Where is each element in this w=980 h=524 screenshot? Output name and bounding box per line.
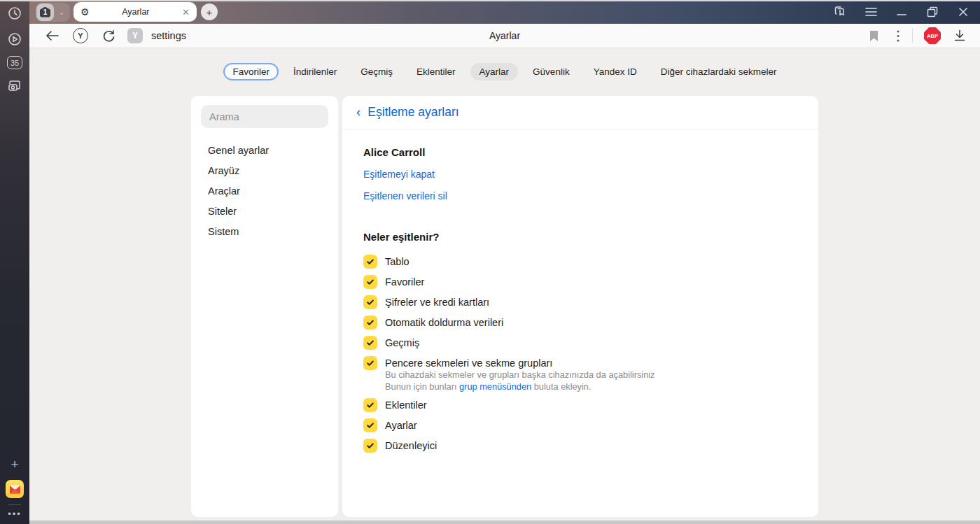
settings-nav-tabs: Favoriler İndirilenler Geçmiş Eklentiler…	[29, 49, 980, 80]
address-bar[interactable]: Y Y settings Ayarlar ABP	[29, 24, 980, 48]
titlebar: 1 ⌄ ⚙ Ayarlar ✕ +	[29, 0, 980, 24]
back-button[interactable]	[43, 31, 60, 41]
sidebar-item-araclar[interactable]: Araçlar	[201, 180, 328, 201]
nav-tab-eklentiler[interactable]: Eklentiler	[407, 63, 465, 80]
browser-menu-icon[interactable]	[864, 5, 878, 19]
checkbox-sifreler[interactable]	[363, 295, 377, 309]
check-label: Tablo	[385, 255, 410, 267]
settings-page: Favoriler İndirilenler Geçmiş Eklentiler…	[29, 49, 980, 524]
account-name: Alice Carroll	[363, 146, 797, 158]
minimize-button[interactable]	[895, 5, 909, 19]
page-title: Eşitleme ayarları	[368, 105, 458, 120]
sync-item-eklentiler: Eklentiler	[363, 398, 797, 412]
back-chevron-icon[interactable]: ‹	[356, 105, 360, 118]
sync-item-otomatik-doldurma: Otomatik doldurma verileri	[363, 316, 797, 330]
bookmark-flag-icon[interactable]	[863, 30, 884, 42]
sync-settings-body: Alice Carroll Eşitlemeyi kapat Eşitlenen…	[342, 129, 818, 476]
tab-title: Ayarlar	[90, 7, 183, 17]
browser-tab-ayarlar[interactable]: ⚙ Ayarlar ✕	[74, 2, 197, 22]
disable-sync-link[interactable]: Eşitlemeyi kapat	[363, 169, 797, 180]
nav-tab-diger-cihazlar[interactable]: Diğer cihazlardaki sekmeler	[652, 63, 786, 80]
settings-sidebar-panel: Genel ayarlar Arayüz Araçlar Siteler Sis…	[191, 96, 338, 517]
check-label: Otomatik doldurma verileri	[385, 316, 503, 328]
nav-tab-indirilenler[interactable]: İndirilenler	[284, 63, 346, 80]
checkbox-duzenleyici[interactable]	[363, 439, 377, 453]
check-label: Şifreler ve kredi kartları	[385, 295, 489, 308]
delete-synced-data-link[interactable]: Eşitlenen verileri sil	[363, 190, 797, 201]
description-line2-prefix: Bunun için bunları	[385, 381, 459, 392]
check-label: Favoriler	[385, 275, 424, 288]
sync-item-pencere-sekmeleri: Pencere sekmeleri ve sekme grupları	[363, 356, 797, 370]
sync-settings-header[interactable]: ‹ Eşitleme ayarları	[342, 96, 818, 129]
check-label: Pencere sekmeleri ve sekme grupları	[385, 356, 552, 369]
url-text[interactable]: settings	[151, 30, 186, 41]
checkbox-tablo[interactable]	[363, 255, 377, 269]
downloads-icon[interactable]	[951, 29, 969, 42]
add-panel-button[interactable]: +	[6, 455, 24, 474]
nav-tab-gecmis[interactable]: Geçmiş	[351, 63, 402, 80]
tab-group-button[interactable]: 1 ⌄	[36, 3, 70, 22]
check-label: Ayarlar	[385, 418, 417, 431]
pencere-sekmeleri-description: Bu cihazdaki sekmeler ve grupları başka …	[385, 369, 797, 392]
sync-item-tablo: Tablo	[363, 255, 797, 269]
close-window-button[interactable]	[956, 5, 970, 19]
sync-item-sifreler: Şifreler ve kredi kartları	[363, 295, 797, 309]
sidebar-item-siteler[interactable]: Siteler	[201, 201, 328, 221]
browser-window: 35 + ••• 1 ⌄ ⚙ Ayarlar ✕ +	[0, 0, 980, 524]
page-favicon: Y	[127, 28, 143, 43]
section-title: Neler eşitlenir?	[363, 231, 797, 243]
sidebar-rail: 35 + •••	[0, 0, 29, 524]
bottom-scrollbar-strip[interactable]	[29, 521, 980, 524]
settings-gear-icon: ⚙	[80, 7, 90, 17]
history-clock-icon[interactable]	[6, 4, 24, 22]
search-input[interactable]	[201, 105, 328, 128]
yandex-protect-icon[interactable]: Y	[73, 28, 88, 43]
yandex-mail-icon[interactable]	[6, 480, 24, 498]
group-menu-link[interactable]: grup menüsünden	[459, 381, 531, 392]
more-options-icon[interactable]: •••	[8, 511, 22, 517]
sidebar-item-arayuz[interactable]: Arayüz	[201, 160, 328, 180]
sidebar-item-genel-ayarlar[interactable]: Genel ayarlar	[201, 140, 328, 160]
nav-tab-yandex-id[interactable]: Yandex ID	[584, 63, 646, 80]
nav-tab-guvenlik[interactable]: Güvenlik	[524, 63, 579, 80]
address-bar-menu-icon[interactable]	[884, 30, 912, 42]
description-line2-suffix: buluta ekleyin.	[531, 381, 591, 392]
adblock-plus-icon[interactable]: ABP	[924, 27, 941, 44]
check-label: Geçmiş	[385, 336, 419, 348]
screenshot-icon[interactable]	[6, 77, 24, 95]
tab-close-icon[interactable]: ✕	[182, 8, 190, 17]
reload-button[interactable]	[100, 29, 117, 43]
nav-tab-favoriler[interactable]: Favoriler	[223, 63, 279, 80]
checkbox-pencere-sekmeleri[interactable]	[363, 356, 377, 370]
new-tab-button[interactable]: +	[201, 3, 218, 20]
play-media-icon[interactable]	[6, 30, 24, 48]
nav-tab-ayarlar[interactable]: Ayarlar	[470, 63, 519, 80]
rail-divider	[8, 504, 21, 505]
tab-counter[interactable]: 1	[36, 3, 54, 21]
checkbox-eklentiler[interactable]	[363, 398, 377, 412]
sync-item-gecmis: Geçmiş	[363, 336, 797, 350]
sidebar-item-sistem[interactable]: Sistem	[201, 221, 328, 241]
checkbox-otomatik-doldurma[interactable]	[363, 316, 377, 330]
sync-item-favoriler: Favoriler	[363, 275, 797, 289]
check-label: Eklentiler	[385, 398, 427, 411]
tab-group-chevron-icon[interactable]: ⌄	[54, 8, 69, 16]
sync-item-duzenleyici: Düzenleyici	[363, 439, 797, 453]
checkbox-ayarlar[interactable]	[363, 418, 377, 432]
checkbox-gecmis[interactable]	[363, 336, 377, 350]
sync-item-ayarlar: Ayarlar	[363, 418, 797, 432]
restore-button[interactable]	[925, 5, 939, 19]
tab-counter-value: 1	[40, 7, 50, 17]
check-label: Düzenleyici	[385, 439, 437, 451]
sync-settings-panel: ‹ Eşitleme ayarları Alice Carroll Eşitle…	[342, 96, 818, 517]
counter-badge-icon[interactable]: 35	[7, 56, 22, 69]
checkbox-favoriler[interactable]	[363, 275, 377, 289]
tab-groups-panel-icon[interactable]	[833, 5, 847, 19]
address-bar-separator	[912, 29, 913, 43]
description-line1: Bu cihazdaki sekmeler ve grupları başka …	[385, 369, 655, 380]
settings-menu: Genel ayarlar Arayüz Araçlar Siteler Sis…	[201, 140, 328, 241]
window-top-edge	[0, 0, 980, 1]
